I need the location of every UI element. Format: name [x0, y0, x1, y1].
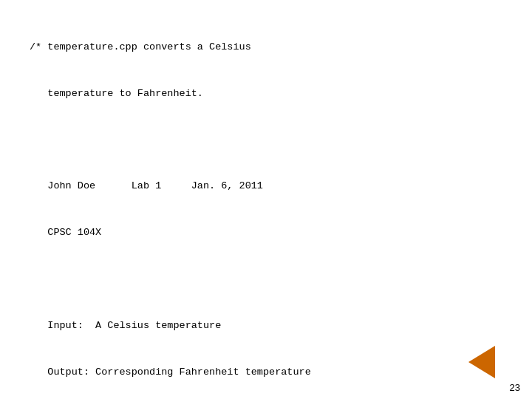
- code-line-4: John Doe Lab 1 Jan. 6, 2011: [12, 179, 520, 194]
- code-text: /* temperature.cpp converts a Celsius: [30, 40, 520, 55]
- page-number: 23: [510, 382, 520, 393]
- code-text: John Doe Lab 1 Jan. 6, 2011: [30, 179, 520, 194]
- back-arrow-button[interactable]: [468, 346, 495, 378]
- code-line-2: temperature to Fahrenheit.: [12, 86, 520, 102]
- code-line-8: Output: Corresponding Fahrenheit tempera…: [12, 365, 520, 381]
- code-text: temperature to Fahrenheit.: [30, 86, 520, 102]
- blank-line: [12, 133, 520, 149]
- code-line-5: CPSC 104X: [12, 225, 520, 241]
- blank-line: [12, 272, 520, 287]
- code-text: Input: A Celsius temperature: [30, 318, 520, 334]
- code-line-7: Input: A Celsius temperature: [12, 318, 520, 334]
- code-text: CPSC 104X: [30, 225, 520, 241]
- code-line-1: /* temperature.cpp converts a Celsius: [12, 40, 520, 55]
- chevron-left-icon: [468, 346, 495, 378]
- code-text: Output: Corresponding Fahrenheit tempera…: [30, 365, 520, 381]
- code-display: /* temperature.cpp converts a Celsius te…: [0, 0, 532, 399]
